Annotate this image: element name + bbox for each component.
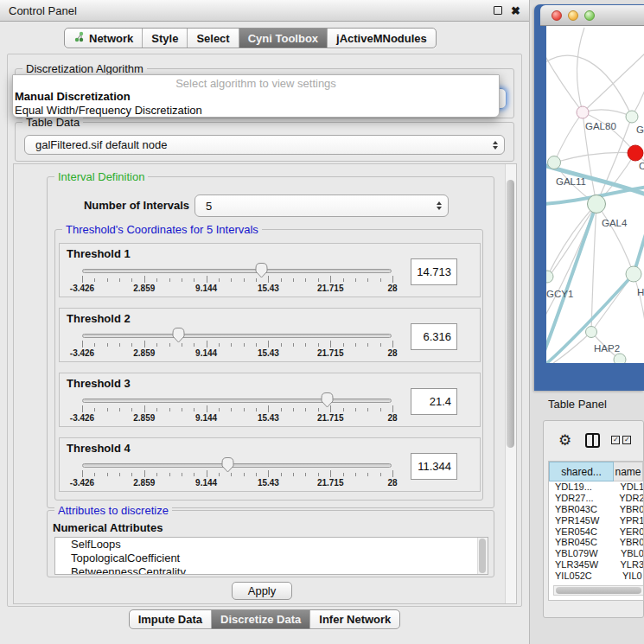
tick-mark [182, 278, 182, 282]
threshold-panel: Threshold 2-3.4262.8599.14415.4321.71528… [59, 308, 481, 362]
network-node[interactable] [626, 111, 638, 123]
threshold-value-field[interactable]: 21.4 [411, 388, 457, 415]
network-node[interactable] [548, 156, 561, 169]
tick-label: -3.426 [70, 284, 94, 293]
tab-label: Discretize Data [220, 613, 301, 626]
checkbox-icon-2[interactable]: ✓ [622, 436, 631, 444]
network-view-window: GAL80GACGAL11GAL4GCY1HHAP2 [534, 4, 644, 391]
network-node[interactable] [628, 145, 643, 161]
tab-network[interactable]: Network [65, 29, 142, 48]
tab-label: Cyni Toolbox [248, 32, 318, 45]
threshold-coordinates-title: Threshold's Coordinates for 5 Intervals [62, 223, 262, 236]
slider-thumb[interactable] [171, 327, 186, 343]
tab-jactivemnodules[interactable]: jActiveMNodules [327, 29, 436, 48]
tick-label: 2.859 [133, 284, 155, 293]
table-data-combobox[interactable]: galFiltered.sif default node [24, 135, 505, 155]
network-canvas[interactable]: GAL80GACGAL11GAL4GCY1HHAP2 [546, 26, 644, 363]
zoom-traffic-light-icon[interactable] [584, 10, 595, 21]
attribute-list-item[interactable]: BetweennessCentrality [55, 565, 488, 575]
tick-mark [82, 276, 83, 283]
cell-name: YER0 [611, 526, 643, 537]
network-node[interactable] [577, 106, 589, 118]
attributes-list-scrollbar[interactable] [477, 538, 488, 574]
threshold-panel: Threshold 1-3.4262.8599.14415.4321.71528… [59, 243, 481, 297]
number-of-intervals-combobox[interactable]: 5 [194, 194, 449, 217]
tab-label: Infer Network [319, 613, 391, 626]
panel-title: Control Panel [9, 4, 77, 17]
close-traffic-light-icon[interactable] [552, 10, 562, 21]
cell-shared-name: YPR145W [549, 515, 611, 526]
tick-mark [82, 341, 83, 348]
tick-mark [131, 408, 132, 411]
slider-track[interactable] [82, 334, 392, 338]
column-header-name[interactable]: name [614, 462, 643, 481]
combo-stepper-icon [493, 141, 498, 150]
table-row[interactable]: YPR145WYPR1 [549, 514, 643, 526]
network-edge [547, 204, 596, 277]
slider-thumb[interactable] [254, 262, 269, 278]
tab-cyni-toolbox[interactable]: Cyni Toolbox [239, 29, 327, 48]
table-row[interactable]: YDR27...YDR2 [549, 493, 643, 504]
table-row[interactable]: YBR043CYBR0 [549, 504, 643, 515]
tick-label: 15.43 [258, 284, 279, 293]
network-node[interactable] [588, 195, 606, 214]
tick-mark [119, 473, 120, 476]
threshold-value-field[interactable]: 6.316 [411, 323, 457, 350]
settings-scrollpane: Interval Definition Number of Intervals … [13, 163, 517, 604]
threshold-value-field[interactable]: 11.344 [411, 453, 457, 480]
tick-mark [194, 278, 194, 282]
slider-track[interactable] [82, 399, 392, 403]
tab-select[interactable]: Select [187, 29, 238, 48]
table-row[interactable]: YDL19...YDL1 [549, 481, 643, 493]
tab-style[interactable]: Style [142, 29, 187, 48]
network-window-titlebar[interactable] [540, 5, 644, 26]
tick-mark [367, 408, 368, 411]
tick-label: 9.144 [195, 413, 217, 423]
slider-ticks [82, 341, 393, 348]
horizontal-scrollbar[interactable] [553, 585, 644, 596]
tab-discretize-data[interactable]: Discretize Data [211, 610, 309, 628]
attribute-list-item[interactable]: SelfLoops [55, 538, 488, 552]
gear-icon[interactable]: ⚙ [558, 433, 571, 448]
tick-mark [169, 278, 170, 282]
threshold-title: Threshold 3 [67, 377, 131, 390]
network-node[interactable] [614, 354, 626, 363]
minimize-traffic-light-icon[interactable] [568, 10, 578, 21]
slider-track[interactable] [82, 463, 392, 468]
table-row[interactable]: YER054CYER0 [549, 526, 643, 537]
table-row[interactable]: YBR045CYBR0 [549, 537, 643, 548]
cell-name: YBR0 [611, 537, 643, 547]
network-node[interactable] [586, 327, 597, 338]
close-icon[interactable]: ✖ [511, 5, 520, 16]
vertical-scrollbar-thumb[interactable] [507, 180, 514, 448]
apply-button[interactable]: Apply [232, 582, 292, 600]
tick-mark [244, 278, 245, 282]
float-window-icon[interactable] [494, 6, 502, 15]
tick-mark [182, 343, 182, 347]
column-header-shared-name[interactable]: shared... [549, 462, 614, 481]
threshold-value-field[interactable]: 14.713 [411, 258, 457, 285]
split-columns-icon[interactable] [585, 433, 600, 448]
tab-impute-data[interactable]: Impute Data [130, 610, 211, 628]
table-row[interactable]: YIL052CYIL0 [549, 570, 643, 581]
attribute-list-item[interactable]: TopologicalCoefficient [55, 552, 488, 565]
table-row[interactable]: YLR345WYLR3 [549, 559, 643, 571]
tick-mark [380, 473, 381, 476]
tab-label: Impute Data [138, 613, 202, 626]
slider-track[interactable] [82, 269, 392, 273]
slider-thumb[interactable] [320, 392, 335, 408]
dropdown-item[interactable]: Manual Discretization [13, 90, 499, 104]
numerical-attributes-list[interactable]: SelfLoopsTopologicalCoefficientBetweenne… [54, 537, 488, 575]
slider-thumb[interactable] [220, 456, 235, 473]
network-graph[interactable]: GAL80GACGAL11GAL4GCY1HHAP2 [546, 26, 644, 363]
tab-infer-network[interactable]: Infer Network [309, 610, 399, 628]
network-node[interactable] [626, 266, 641, 282]
vertical-scrollbar[interactable] [505, 164, 516, 603]
tick-label: 9.144 [195, 348, 217, 358]
checkbox-icon-1[interactable]: ✓ [611, 436, 620, 444]
table-row[interactable]: YBL079WYBL0 [549, 548, 643, 559]
dropdown-item[interactable]: Equal Width/Frequency Discretization [13, 104, 499, 118]
tick-mark [244, 473, 245, 476]
node-label: GAL11 [556, 176, 586, 187]
network-tab-icon [73, 31, 85, 45]
